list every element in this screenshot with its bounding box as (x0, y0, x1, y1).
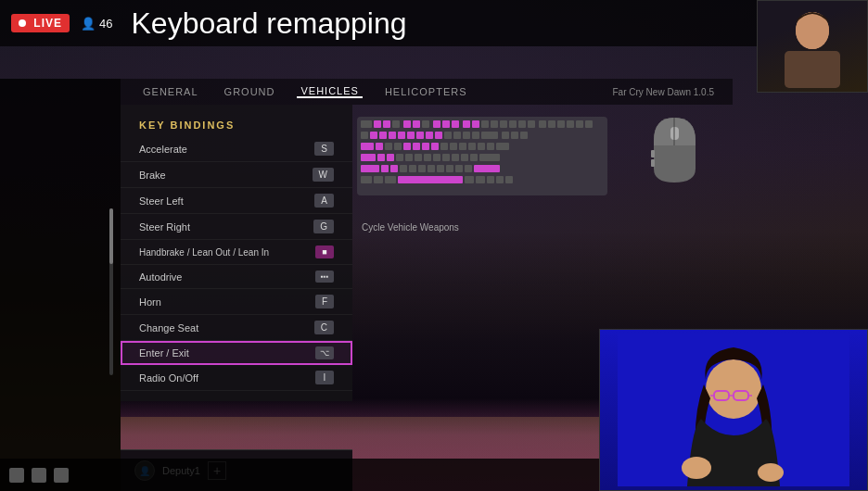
svg-rect-14 (433, 120, 440, 128)
person2-silhouette (618, 334, 849, 486)
binding-accelerate[interactable]: Accelerate S (121, 136, 352, 162)
svg-rect-70 (433, 154, 440, 161)
binding-steer-right[interactable]: Steer Right G (121, 214, 352, 240)
binding-autodrive[interactable]: Autodrive ▪▪▪ (121, 265, 352, 289)
svg-rect-11 (403, 120, 411, 128)
viewer-count: 👤 46 (81, 17, 112, 31)
svg-rect-19 (481, 120, 489, 128)
key-badge-brake: W (313, 168, 334, 182)
svg-rect-43 (472, 132, 479, 139)
svg-rect-90 (385, 176, 396, 183)
game-ui-area: GENERAL GROUND VEHICLES HELICOPTERS Far … (121, 79, 733, 105)
binding-label-enter-exit: Enter / Exit (139, 347, 189, 359)
svg-rect-65 (387, 154, 394, 161)
svg-rect-82 (428, 165, 435, 172)
svg-rect-36 (407, 132, 415, 139)
svg-rect-60 (478, 143, 485, 150)
svg-rect-42 (463, 132, 470, 139)
person-icon: 👤 (81, 17, 96, 31)
section-title: KEY BINDINGS (121, 114, 352, 136)
svg-rect-72 (452, 154, 459, 161)
svg-rect-84 (446, 165, 453, 172)
svg-rect-89 (374, 176, 383, 183)
keyboard-visualization (357, 109, 631, 206)
svg-rect-85 (455, 165, 463, 172)
svg-rect-52 (403, 143, 411, 150)
key-badge-handbrake: ■ (315, 246, 334, 258)
binding-horn[interactable]: Horn F (121, 289, 352, 315)
webcam-person1-bg (758, 1, 867, 92)
svg-rect-21 (500, 120, 507, 128)
toolbar-icon-1[interactable] (9, 468, 24, 483)
binding-label-brake: Brake (139, 170, 166, 181)
toolbar-icon-2[interactable] (32, 468, 46, 483)
svg-point-102 (706, 359, 761, 419)
svg-rect-50 (385, 143, 392, 150)
binding-brake[interactable]: Brake W (121, 162, 352, 188)
cycle-label: Cycle Vehicle Weapons (362, 222, 459, 233)
key-badge-autodrive: ▪▪▪ (315, 271, 334, 283)
svg-rect-5 (109, 208, 113, 264)
svg-rect-46 (511, 132, 518, 139)
tab-helicopters[interactable]: HELICOPTERS (381, 86, 471, 97)
toolbar-icon-3[interactable] (54, 468, 69, 483)
svg-rect-31 (361, 132, 368, 139)
svg-rect-34 (389, 132, 396, 139)
svg-rect-88 (361, 176, 372, 183)
binding-change-seat[interactable]: Change Seat C (121, 315, 352, 341)
svg-rect-47 (520, 132, 528, 139)
key-badge-radio: I (315, 371, 334, 384)
tab-ground[interactable]: GROUND (221, 86, 279, 97)
svg-rect-35 (398, 132, 405, 139)
binding-label-horn: Horn (139, 296, 161, 308)
webcam-top-right (757, 0, 868, 93)
svg-rect-37 (416, 132, 424, 139)
svg-rect-41 (453, 132, 461, 139)
svg-rect-92 (465, 176, 474, 183)
keyboard-svg (357, 109, 631, 202)
binding-handbrake[interactable]: Handbrake / Lean Out / Lean In ■ (121, 240, 352, 265)
svg-rect-91 (398, 176, 463, 183)
tab-bar: GENERAL GROUND VEHICLES HELICOPTERS Far … (121, 79, 733, 105)
live-label: LIVE (33, 17, 62, 30)
svg-rect-69 (424, 154, 431, 161)
svg-rect-27 (557, 120, 565, 128)
binding-label-change-seat: Change Seat (139, 322, 198, 334)
svg-rect-13 (422, 120, 429, 128)
mouse-visualization (649, 113, 700, 191)
key-badge-enter-exit: ⌥ (315, 346, 334, 359)
svg-rect-39 (435, 132, 442, 139)
mouse-svg (649, 113, 700, 187)
tab-general[interactable]: GENERAL (139, 86, 202, 97)
svg-rect-78 (390, 165, 398, 172)
svg-rect-87 (474, 165, 500, 172)
binding-label-accelerate: Accelerate (139, 144, 187, 155)
svg-rect-62 (496, 143, 509, 150)
svg-rect-94 (487, 176, 494, 183)
bottom-toolbar (0, 459, 599, 491)
svg-rect-1 (785, 51, 840, 88)
svg-rect-16 (452, 120, 459, 128)
binding-label-steer-right: Steer Right (139, 221, 190, 233)
binding-label-steer-left: Steer Left (139, 195, 184, 207)
svg-rect-73 (461, 154, 468, 161)
tab-vehicles[interactable]: VEHICLES (297, 85, 362, 98)
svg-rect-32 (370, 132, 377, 139)
svg-rect-12 (413, 120, 420, 128)
svg-rect-8 (374, 120, 381, 128)
keybindings-panel: KEY BINDINGS Accelerate S Brake W Steer … (121, 105, 352, 401)
svg-rect-33 (379, 132, 387, 139)
binding-enter-exit[interactable]: Enter / Exit ⌥ (121, 341, 352, 365)
key-badge-steer-right: G (313, 220, 334, 233)
live-badge: LIVE (11, 14, 70, 32)
svg-rect-86 (465, 165, 472, 172)
left-sidebar (0, 79, 121, 491)
webcam-bottom-right (599, 329, 868, 491)
binding-steer-left[interactable]: Steer Left A (121, 188, 352, 214)
stream-title: Keyboard remapping (131, 6, 857, 41)
binding-radio[interactable]: Radio On/Off I (121, 365, 352, 391)
svg-rect-23 (518, 120, 526, 128)
svg-rect-51 (394, 143, 402, 150)
svg-rect-67 (405, 154, 413, 161)
left-sidebar-decoration (0, 79, 121, 491)
